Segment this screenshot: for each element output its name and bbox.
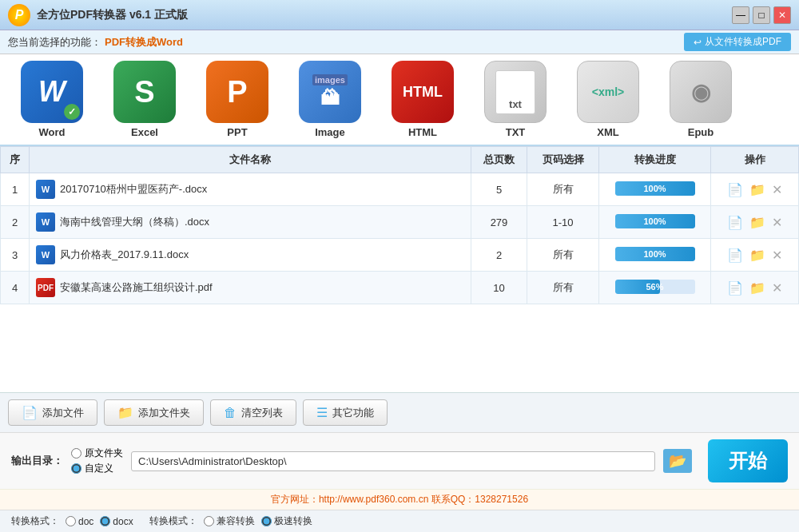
progress-text: 100%: [615, 247, 695, 261]
icon-excel[interactable]: S Excel: [101, 61, 189, 138]
filename-text: 海南中线管理大纲（终稿）.docx: [60, 216, 209, 228]
output-path-input[interactable]: [131, 451, 655, 471]
open-folder-icon[interactable]: 📁: [749, 248, 765, 263]
output-radio-original-label: 原文件夹: [85, 447, 123, 460]
icon-xml[interactable]: <xml> XML: [564, 61, 652, 138]
remove-file-icon[interactable]: ✕: [772, 248, 782, 263]
cell-pages: 279: [471, 206, 527, 239]
output-radio-original[interactable]: 原文件夹: [71, 447, 123, 460]
col-seq: 序: [1, 147, 30, 173]
other-func-button[interactable]: ☰ 其它功能: [303, 399, 388, 426]
icon-image[interactable]: images 🏔 Image: [286, 61, 374, 138]
progress-bar-container: 100%: [615, 247, 695, 261]
browse-folder-button[interactable]: 📂: [663, 449, 692, 473]
other-func-label: 其它功能: [332, 406, 374, 420]
open-folder-icon[interactable]: 📁: [749, 280, 765, 296]
file-icon-pdf: PDF: [36, 278, 55, 297]
remove-file-icon[interactable]: ✕: [772, 280, 782, 296]
icon-xml-label: XML: [597, 126, 618, 138]
cell-filename: W风力价格表_2017.9.11.docx: [30, 239, 471, 272]
cell-pages: 10: [471, 272, 527, 304]
other-func-icon: ☰: [316, 405, 328, 420]
table-row: 2W海南中线管理大纲（终稿）.docx2791-10100% 📄 📁 ✕: [1, 206, 799, 239]
format-doc-option[interactable]: doc: [66, 516, 93, 527]
cell-filename: W20170710梧州中盟医药产-.docx: [30, 173, 471, 206]
add-file-button[interactable]: 📄 添加文件: [8, 399, 97, 426]
col-progress: 转换进度: [599, 147, 711, 173]
clear-list-button[interactable]: 🗑 清空列表: [210, 399, 296, 426]
col-pagesel: 页码选择: [527, 147, 599, 173]
remove-file-icon[interactable]: ✕: [772, 182, 782, 197]
cell-filename: PDF安徽某高速公路施工组织设计.pdf: [30, 272, 471, 304]
cell-progress: 100%: [599, 206, 711, 239]
format-docx-option[interactable]: docx: [100, 516, 133, 527]
open-folder-icon[interactable]: 📁: [749, 182, 765, 197]
icon-epub-label: Epub: [688, 126, 714, 138]
close-button[interactable]: ✕: [773, 6, 791, 24]
add-folder-button[interactable]: 📁 添加文件夹: [104, 399, 204, 426]
col-pages: 总页数: [471, 147, 527, 173]
mode-compat-label: 兼容转换: [217, 514, 255, 528]
action-icons: 📄 📁 ✕: [718, 182, 792, 197]
col-filename: 文件名称: [30, 147, 471, 173]
info-bar: 官方网址：http://www.pdf360.com.cn 联系QQ：13282…: [0, 489, 799, 510]
open-file-icon[interactable]: 📄: [727, 280, 743, 296]
format-doc-label: doc: [78, 516, 93, 527]
icon-txt[interactable]: txt TXT: [471, 61, 559, 138]
output-radio-custom[interactable]: 自定义: [71, 462, 123, 475]
progress-bar-container: 56%: [615, 280, 695, 294]
minimize-button[interactable]: —: [732, 6, 749, 24]
open-file-icon[interactable]: 📄: [727, 248, 743, 263]
cell-seq: 3: [1, 239, 30, 272]
convert-from-file-button[interactable]: ↩ 从文件转换成PDF: [684, 33, 791, 51]
file-table: 序 文件名称 总页数 页码选择 转换进度 操作 1W20170710梧州中盟医药…: [0, 146, 799, 304]
cell-actions: 📄 📁 ✕: [711, 206, 799, 239]
icon-word-label: Word: [39, 126, 66, 138]
mode-fast-label: 极速转换: [274, 514, 312, 528]
progress-text: 100%: [615, 214, 695, 228]
action-icons: 📄 📁 ✕: [718, 215, 792, 230]
function-bar: 您当前选择的功能： PDF转换成Word ↩ 从文件转换成PDF: [0, 30, 799, 54]
info-text: 官方网址：http://www.pdf360.com.cn 联系QQ：13282…: [271, 494, 528, 505]
format-docx-label: docx: [113, 516, 133, 527]
open-file-icon[interactable]: 📄: [727, 215, 743, 230]
start-button[interactable]: 开始: [708, 439, 788, 482]
icon-ppt[interactable]: P PPT: [193, 61, 281, 138]
app-title: 全方位PDF转换器 v6.1 正式版: [37, 8, 732, 22]
folder-icon: 📂: [669, 452, 686, 470]
file-table-section: 序 文件名称 总页数 页码选择 转换进度 操作 1W20170710梧州中盟医药…: [0, 146, 799, 392]
cell-seq: 2: [1, 206, 30, 239]
cell-progress: 100%: [599, 173, 711, 206]
open-folder-icon[interactable]: 📁: [749, 215, 765, 230]
filename-text: 风力价格表_2017.9.11.docx: [60, 248, 189, 260]
filename-text: 20170710梧州中盟医药产-.docx: [60, 183, 207, 195]
cell-pagesel: 所有: [527, 272, 599, 304]
mode-compat-option[interactable]: 兼容转换: [204, 514, 255, 528]
mode-label: 转换模式：: [149, 514, 197, 528]
func-bar-prompt: 您当前选择的功能：: [8, 35, 101, 50]
add-file-label: 添加文件: [42, 406, 84, 420]
output-radio-group: 原文件夹 自定义: [71, 447, 123, 475]
maximize-button[interactable]: □: [753, 6, 770, 24]
cell-pagesel: 所有: [527, 239, 599, 272]
icon-html-label: HTML: [408, 126, 437, 138]
bottom-toolbar: 📄 添加文件 📁 添加文件夹 🗑 清空列表 ☰ 其它功能: [0, 392, 799, 432]
cell-actions: 📄 📁 ✕: [711, 173, 799, 206]
progress-text: 56%: [615, 280, 695, 294]
icon-epub[interactable]: ◉ Epub: [657, 61, 745, 138]
table-row: 3W风力价格表_2017.9.11.docx2所有100% 📄 📁 ✕: [1, 239, 799, 272]
icon-word[interactable]: W ✓ Word: [8, 61, 96, 138]
mode-group: 转换模式： 兼容转换 极速转换: [149, 514, 312, 528]
cell-seq: 4: [1, 272, 30, 304]
cell-progress: 100%: [599, 239, 711, 272]
icon-html[interactable]: HTML HTML: [379, 61, 467, 138]
format-bar: 转换格式： doc docx 转换模式： 兼容转换 极速转换: [0, 510, 799, 532]
cell-pages: 2: [471, 239, 527, 272]
file-icon-word: W: [36, 180, 55, 199]
mode-fast-option[interactable]: 极速转换: [261, 514, 312, 528]
cell-actions: 📄 📁 ✕: [711, 272, 799, 304]
open-file-icon[interactable]: 📄: [727, 182, 743, 197]
progress-text: 100%: [615, 181, 695, 196]
cell-pagesel: 所有: [527, 173, 599, 206]
remove-file-icon[interactable]: ✕: [772, 215, 782, 230]
